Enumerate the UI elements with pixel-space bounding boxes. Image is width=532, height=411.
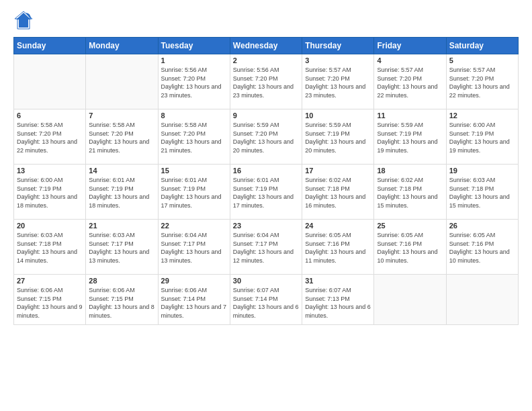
week-row-3: 13Sunrise: 6:00 AM Sunset: 7:19 PM Dayli… — [14, 165, 519, 220]
day-info: Sunrise: 6:07 AM Sunset: 7:13 PM Dayligh… — [305, 286, 371, 320]
calendar-cell: 29Sunrise: 6:06 AM Sunset: 7:14 PM Dayli… — [158, 275, 230, 325]
logo — [13, 10, 36, 30]
day-info: Sunrise: 6:02 AM Sunset: 7:18 PM Dayligh… — [305, 176, 371, 210]
calendar-cell: 19Sunrise: 6:03 AM Sunset: 7:18 PM Dayli… — [446, 165, 518, 220]
calendar-cell: 1Sunrise: 5:56 AM Sunset: 7:20 PM Daylig… — [158, 54, 230, 109]
calendar-cell: 12Sunrise: 6:00 AM Sunset: 7:19 PM Dayli… — [446, 109, 518, 165]
day-number: 9 — [233, 111, 299, 120]
day-number: 5 — [449, 56, 515, 64]
day-number: 30 — [233, 277, 299, 285]
day-info: Sunrise: 6:04 AM Sunset: 7:17 PM Dayligh… — [233, 231, 299, 265]
day-info: Sunrise: 6:05 AM Sunset: 7:16 PM Dayligh… — [377, 231, 443, 265]
calendar-cell: 24Sunrise: 6:05 AM Sunset: 7:16 PM Dayli… — [302, 220, 374, 275]
calendar-cell: 9Sunrise: 5:59 AM Sunset: 7:20 PM Daylig… — [230, 109, 302, 165]
day-number: 12 — [449, 111, 515, 120]
day-number: 31 — [305, 277, 371, 285]
calendar-cell: 8Sunrise: 5:58 AM Sunset: 7:20 PM Daylig… — [158, 109, 230, 165]
calendar-cell: 14Sunrise: 6:01 AM Sunset: 7:19 PM Dayli… — [86, 165, 158, 220]
day-number: 22 — [161, 222, 227, 230]
week-row-1: 1Sunrise: 5:56 AM Sunset: 7:20 PM Daylig… — [14, 54, 519, 109]
calendar-cell — [14, 54, 86, 109]
day-number: 27 — [17, 277, 83, 285]
day-info: Sunrise: 5:57 AM Sunset: 7:20 PM Dayligh… — [377, 66, 443, 99]
calendar-cell: 10Sunrise: 5:59 AM Sunset: 7:19 PM Dayli… — [302, 109, 374, 165]
day-info: Sunrise: 6:01 AM Sunset: 7:19 PM Dayligh… — [161, 176, 227, 210]
day-info: Sunrise: 6:03 AM Sunset: 7:17 PM Dayligh… — [89, 231, 154, 265]
day-number: 13 — [17, 167, 83, 175]
day-number: 7 — [89, 111, 154, 120]
weekday-header-monday: Monday — [86, 38, 158, 54]
day-info: Sunrise: 6:06 AM Sunset: 7:14 PM Dayligh… — [161, 286, 227, 320]
day-number: 14 — [89, 167, 154, 175]
day-number: 29 — [161, 277, 227, 285]
day-info: Sunrise: 6:06 AM Sunset: 7:15 PM Dayligh… — [17, 286, 83, 320]
day-number: 8 — [161, 111, 227, 120]
day-number: 19 — [449, 167, 515, 175]
weekday-header-saturday: Saturday — [446, 38, 518, 54]
day-info: Sunrise: 6:01 AM Sunset: 7:19 PM Dayligh… — [89, 176, 154, 210]
day-number: 15 — [161, 167, 227, 175]
day-info: Sunrise: 5:59 AM Sunset: 7:19 PM Dayligh… — [377, 121, 443, 154]
day-number: 16 — [233, 167, 299, 175]
day-info: Sunrise: 5:59 AM Sunset: 7:20 PM Dayligh… — [233, 121, 299, 154]
day-info: Sunrise: 6:05 AM Sunset: 7:16 PM Dayligh… — [449, 231, 515, 265]
day-info: Sunrise: 5:58 AM Sunset: 7:20 PM Dayligh… — [89, 121, 154, 154]
weekday-header-tuesday: Tuesday — [158, 38, 230, 54]
day-info: Sunrise: 5:56 AM Sunset: 7:20 PM Dayligh… — [233, 66, 299, 99]
day-number: 28 — [89, 277, 154, 285]
day-info: Sunrise: 5:57 AM Sunset: 7:20 PM Dayligh… — [305, 66, 371, 99]
calendar-cell: 17Sunrise: 6:02 AM Sunset: 7:18 PM Dayli… — [302, 165, 374, 220]
calendar-cell: 2Sunrise: 5:56 AM Sunset: 7:20 PM Daylig… — [230, 54, 302, 109]
weekday-header-wednesday: Wednesday — [230, 38, 302, 54]
calendar-cell — [86, 54, 158, 109]
day-info: Sunrise: 6:03 AM Sunset: 7:18 PM Dayligh… — [449, 176, 515, 210]
day-number: 26 — [449, 222, 515, 230]
header — [13, 10, 519, 30]
calendar-cell: 11Sunrise: 5:59 AM Sunset: 7:19 PM Dayli… — [374, 109, 446, 165]
day-number: 3 — [305, 56, 371, 64]
day-number: 6 — [17, 111, 83, 120]
day-number: 20 — [17, 222, 83, 230]
calendar-cell: 18Sunrise: 6:02 AM Sunset: 7:18 PM Dayli… — [374, 165, 446, 220]
day-number: 24 — [305, 222, 371, 230]
calendar-cell: 5Sunrise: 5:57 AM Sunset: 7:20 PM Daylig… — [446, 54, 518, 109]
weekday-header-row: SundayMondayTuesdayWednesdayThursdayFrid… — [14, 38, 519, 54]
week-row-5: 27Sunrise: 6:06 AM Sunset: 7:15 PM Dayli… — [14, 275, 519, 325]
day-info: Sunrise: 6:00 AM Sunset: 7:19 PM Dayligh… — [449, 121, 515, 154]
day-info: Sunrise: 5:58 AM Sunset: 7:20 PM Dayligh… — [161, 121, 227, 154]
day-number: 2 — [233, 56, 299, 64]
day-info: Sunrise: 6:01 AM Sunset: 7:19 PM Dayligh… — [233, 176, 299, 210]
day-number: 17 — [305, 167, 371, 175]
calendar-cell: 27Sunrise: 6:06 AM Sunset: 7:15 PM Dayli… — [14, 275, 86, 325]
calendar-cell — [374, 275, 446, 325]
page: SundayMondayTuesdayWednesdayThursdayFrid… — [0, 0, 532, 411]
calendar-cell: 20Sunrise: 6:03 AM Sunset: 7:18 PM Dayli… — [14, 220, 86, 275]
calendar-cell: 21Sunrise: 6:03 AM Sunset: 7:17 PM Dayli… — [86, 220, 158, 275]
day-info: Sunrise: 6:07 AM Sunset: 7:14 PM Dayligh… — [233, 286, 299, 320]
day-info: Sunrise: 6:00 AM Sunset: 7:19 PM Dayligh… — [17, 176, 83, 210]
calendar-cell: 26Sunrise: 6:05 AM Sunset: 7:16 PM Dayli… — [446, 220, 518, 275]
day-info: Sunrise: 5:58 AM Sunset: 7:20 PM Dayligh… — [17, 121, 83, 154]
day-number: 1 — [161, 56, 227, 64]
calendar-cell — [446, 275, 518, 325]
day-number: 18 — [377, 167, 443, 175]
day-info: Sunrise: 6:03 AM Sunset: 7:18 PM Dayligh… — [17, 231, 83, 265]
calendar-cell: 25Sunrise: 6:05 AM Sunset: 7:16 PM Dayli… — [374, 220, 446, 275]
calendar-cell: 23Sunrise: 6:04 AM Sunset: 7:17 PM Dayli… — [230, 220, 302, 275]
calendar-cell: 22Sunrise: 6:04 AM Sunset: 7:17 PM Dayli… — [158, 220, 230, 275]
day-info: Sunrise: 6:06 AM Sunset: 7:15 PM Dayligh… — [89, 286, 154, 320]
day-info: Sunrise: 6:04 AM Sunset: 7:17 PM Dayligh… — [161, 231, 227, 265]
day-number: 25 — [377, 222, 443, 230]
calendar-cell: 15Sunrise: 6:01 AM Sunset: 7:19 PM Dayli… — [158, 165, 230, 220]
weekday-header-sunday: Sunday — [14, 38, 86, 54]
calendar-cell: 6Sunrise: 5:58 AM Sunset: 7:20 PM Daylig… — [14, 109, 86, 165]
calendar-cell: 4Sunrise: 5:57 AM Sunset: 7:20 PM Daylig… — [374, 54, 446, 109]
weekday-header-thursday: Thursday — [302, 38, 374, 54]
day-info: Sunrise: 5:57 AM Sunset: 7:20 PM Dayligh… — [449, 66, 515, 99]
day-info: Sunrise: 5:59 AM Sunset: 7:19 PM Dayligh… — [305, 121, 371, 154]
weekday-header-friday: Friday — [374, 38, 446, 54]
day-number: 10 — [305, 111, 371, 120]
day-number: 21 — [89, 222, 154, 230]
week-row-2: 6Sunrise: 5:58 AM Sunset: 7:20 PM Daylig… — [14, 109, 519, 165]
calendar-cell: 16Sunrise: 6:01 AM Sunset: 7:19 PM Dayli… — [230, 165, 302, 220]
